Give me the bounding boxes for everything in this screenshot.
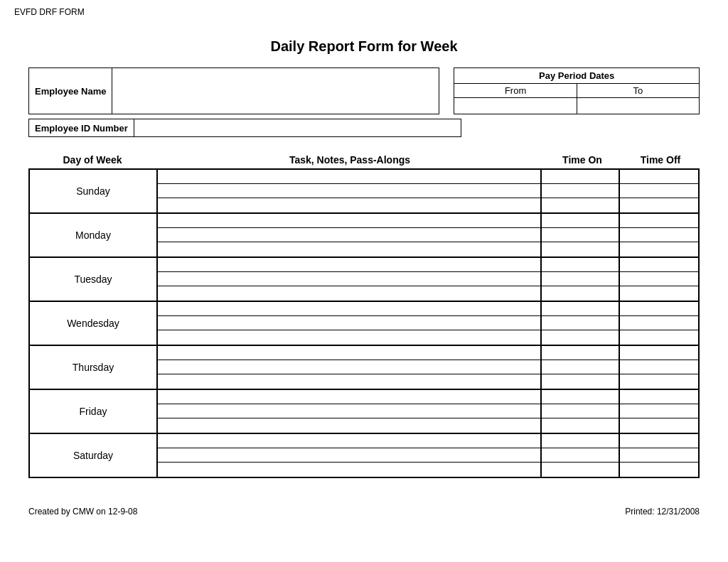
timeoff-sub-row[interactable] xyxy=(620,242,698,256)
timeon-sub-row[interactable] xyxy=(542,228,619,242)
task-sub-row[interactable] xyxy=(158,463,540,477)
task-sub-row[interactable] xyxy=(158,286,540,301)
timeoff-sub-row[interactable] xyxy=(620,198,698,212)
timeoff-sub-row[interactable] xyxy=(620,434,698,448)
timeoff-cell[interactable] xyxy=(620,214,698,256)
page-title: Daily Report Form for Week xyxy=(0,38,728,55)
timeon-sub-row[interactable] xyxy=(542,272,619,286)
timeoff-cell[interactable] xyxy=(620,346,698,389)
task-sub-row[interactable] xyxy=(158,170,540,184)
employee-id-input[interactable] xyxy=(134,119,461,137)
task-sub-row[interactable] xyxy=(158,242,540,256)
timeon-sub-row[interactable] xyxy=(542,286,619,301)
timeoff-sub-row[interactable] xyxy=(620,360,698,374)
timeoff-sub-row[interactable] xyxy=(620,302,698,316)
timeoff-sub-row[interactable] xyxy=(620,286,698,301)
timeon-sub-row[interactable] xyxy=(542,242,619,256)
timeoff-sub-row[interactable] xyxy=(620,184,698,198)
tasks-cell[interactable] xyxy=(158,346,542,389)
timeon-sub-row[interactable] xyxy=(542,360,619,374)
task-sub-row[interactable] xyxy=(158,302,540,316)
task-sub-row[interactable] xyxy=(158,360,540,374)
timeon-sub-row[interactable] xyxy=(542,463,619,477)
task-sub-row[interactable] xyxy=(158,374,540,389)
pay-period-from-input[interactable] xyxy=(454,98,576,114)
timeon-sub-row[interactable] xyxy=(542,198,619,212)
timeoff-sub-row[interactable] xyxy=(620,330,698,345)
timeoff-sub-row[interactable] xyxy=(620,448,698,463)
tasks-cell[interactable] xyxy=(158,390,542,433)
timeon-cell[interactable] xyxy=(542,434,620,477)
timeoff-sub-row[interactable] xyxy=(620,228,698,242)
timeon-sub-row[interactable] xyxy=(542,302,619,316)
timeon-cell[interactable] xyxy=(542,302,620,345)
timeoff-sub-row[interactable] xyxy=(620,170,698,184)
timeon-sub-row[interactable] xyxy=(542,374,619,389)
tasks-cell[interactable] xyxy=(158,170,542,212)
timeoff-sub-row[interactable] xyxy=(620,316,698,330)
timeon-cell[interactable] xyxy=(542,170,620,212)
timeoff-sub-row[interactable] xyxy=(620,390,698,404)
task-sub-row[interactable] xyxy=(158,434,540,448)
day-name-cell: Wendesday xyxy=(30,302,158,345)
timeoff-cell[interactable] xyxy=(620,302,698,345)
timeoff-sub-row[interactable] xyxy=(620,374,698,389)
timeon-cell[interactable] xyxy=(542,258,620,301)
timeon-sub-row[interactable] xyxy=(542,214,619,228)
timeoff-sub-row[interactable] xyxy=(620,463,698,477)
timeoff-sub-row[interactable] xyxy=(620,418,698,433)
timeon-sub-row[interactable] xyxy=(542,404,619,418)
timeon-cell[interactable] xyxy=(542,214,620,256)
timeon-sub-row[interactable] xyxy=(542,316,619,330)
timeon-sub-row[interactable] xyxy=(542,330,619,345)
task-sub-row[interactable] xyxy=(158,272,540,286)
timeoff-sub-row[interactable] xyxy=(620,214,698,228)
timeon-sub-row[interactable] xyxy=(542,418,619,433)
employee-name-label: Employee Name xyxy=(28,67,112,114)
task-sub-row[interactable] xyxy=(158,346,540,360)
task-sub-row[interactable] xyxy=(158,316,540,330)
timeon-sub-row[interactable] xyxy=(542,346,619,360)
timeon-cell[interactable] xyxy=(542,346,620,389)
timeoff-sub-row[interactable] xyxy=(620,272,698,286)
pay-period-to-input[interactable] xyxy=(577,98,699,114)
task-sub-row[interactable] xyxy=(158,184,540,198)
day-name-cell: Friday xyxy=(30,390,158,433)
timeon-sub-row[interactable] xyxy=(542,170,619,184)
timeon-sub-row[interactable] xyxy=(542,434,619,448)
tasks-cell[interactable] xyxy=(158,434,542,477)
employee-name-input[interactable] xyxy=(112,67,439,114)
timeon-sub-row[interactable] xyxy=(542,184,619,198)
timeoff-sub-row[interactable] xyxy=(620,258,698,272)
task-sub-row[interactable] xyxy=(158,228,540,242)
timeoff-cell[interactable] xyxy=(620,434,698,477)
day-name-cell: Monday xyxy=(30,214,158,256)
timeon-sub-row[interactable] xyxy=(542,390,619,404)
task-sub-row[interactable] xyxy=(158,404,540,418)
tasks-cell[interactable] xyxy=(158,214,542,256)
task-sub-row[interactable] xyxy=(158,258,540,272)
table-row: Sunday xyxy=(30,170,698,214)
timeon-cell[interactable] xyxy=(542,390,620,433)
timeoff-cell[interactable] xyxy=(620,390,698,433)
task-sub-row[interactable] xyxy=(158,390,540,404)
table-row: Monday xyxy=(30,214,698,258)
col-header-day: Day of Week xyxy=(28,154,156,166)
tasks-cell[interactable] xyxy=(158,258,542,301)
task-sub-row[interactable] xyxy=(158,214,540,228)
to-label: To xyxy=(577,84,699,98)
table-row: Wendesday xyxy=(30,302,698,346)
col-header-tasks: Task, Notes, Pass-Alongs xyxy=(156,154,543,166)
timeon-sub-row[interactable] xyxy=(542,448,619,463)
timeoff-cell[interactable] xyxy=(620,258,698,301)
task-sub-row[interactable] xyxy=(158,448,540,463)
tasks-cell[interactable] xyxy=(158,302,542,345)
timeoff-sub-row[interactable] xyxy=(620,346,698,360)
task-sub-row[interactable] xyxy=(158,198,540,212)
timeoff-cell[interactable] xyxy=(620,170,698,212)
task-sub-row[interactable] xyxy=(158,418,540,433)
timeon-sub-row[interactable] xyxy=(542,258,619,272)
footer-printed: Printed: 12/31/2008 xyxy=(625,507,700,517)
timeoff-sub-row[interactable] xyxy=(620,404,698,418)
task-sub-row[interactable] xyxy=(158,330,540,345)
